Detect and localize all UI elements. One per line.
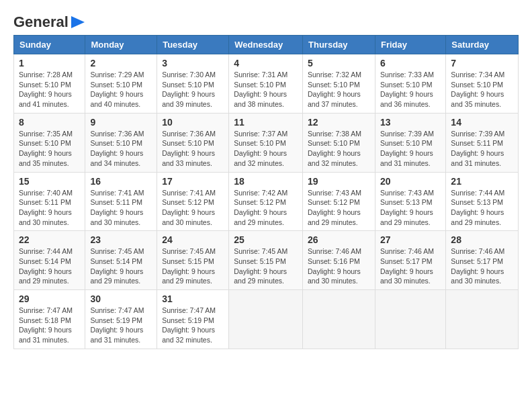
day-info: Sunrise: 7:44 AM Sunset: 5:14 PM Dayligh… xyxy=(19,246,80,286)
day-info: Sunrise: 7:44 AM Sunset: 5:13 PM Dayligh… xyxy=(451,188,513,228)
day-info: Sunrise: 7:39 AM Sunset: 5:11 PM Dayligh… xyxy=(451,129,513,169)
calendar-cell: 15 Sunrise: 7:40 AM Sunset: 5:11 PM Dayl… xyxy=(14,172,85,231)
calendar-cell: 2 Sunrise: 7:29 AM Sunset: 5:10 PM Dayli… xyxy=(85,54,157,113)
logo-general: General xyxy=(13,13,69,31)
day-number: 5 xyxy=(308,58,370,68)
day-number: 23 xyxy=(90,234,152,245)
day-info: Sunrise: 7:47 AM Sunset: 5:19 PM Dayligh… xyxy=(162,306,224,345)
calendar-cell xyxy=(303,290,375,349)
day-info: Sunrise: 7:45 AM Sunset: 5:14 PM Dayligh… xyxy=(90,246,152,286)
day-info: Sunrise: 7:37 AM Sunset: 5:10 PM Dayligh… xyxy=(234,129,298,169)
calendar-cell: 23 Sunrise: 7:45 AM Sunset: 5:14 PM Dayl… xyxy=(85,231,157,290)
calendar-cell: 7 Sunrise: 7:34 AM Sunset: 5:10 PM Dayli… xyxy=(446,54,519,113)
day-info: Sunrise: 7:36 AM Sunset: 5:10 PM Dayligh… xyxy=(162,129,224,169)
day-info: Sunrise: 7:42 AM Sunset: 5:12 PM Dayligh… xyxy=(234,188,298,228)
day-number: 29 xyxy=(19,293,80,304)
calendar-cell xyxy=(446,290,519,349)
day-number: 3 xyxy=(162,58,224,68)
day-info: Sunrise: 7:40 AM Sunset: 5:11 PM Dayligh… xyxy=(19,188,80,228)
day-info: Sunrise: 7:35 AM Sunset: 5:10 PM Dayligh… xyxy=(19,129,80,169)
day-info: Sunrise: 7:43 AM Sunset: 5:12 PM Dayligh… xyxy=(308,188,370,228)
day-info: Sunrise: 7:34 AM Sunset: 5:10 PM Dayligh… xyxy=(451,70,513,109)
day-number: 7 xyxy=(451,58,513,68)
calendar-cell: 10 Sunrise: 7:36 AM Sunset: 5:10 PM Dayl… xyxy=(157,113,229,172)
calendar-cell: 12 Sunrise: 7:38 AM Sunset: 5:10 PM Dayl… xyxy=(303,113,375,172)
day-number: 4 xyxy=(234,58,298,68)
day-info: Sunrise: 7:31 AM Sunset: 5:10 PM Dayligh… xyxy=(234,70,298,109)
calendar-header-friday: Friday xyxy=(375,36,445,54)
calendar-cell: 31 Sunrise: 7:47 AM Sunset: 5:19 PM Dayl… xyxy=(157,290,229,349)
calendar-header-monday: Monday xyxy=(85,36,157,54)
calendar-header-sunday: Sunday xyxy=(14,36,85,54)
calendar-cell: 20 Sunrise: 7:43 AM Sunset: 5:13 PM Dayl… xyxy=(375,172,445,231)
day-number: 27 xyxy=(380,234,441,245)
calendar-week-row: 1 Sunrise: 7:28 AM Sunset: 5:10 PM Dayli… xyxy=(14,54,519,113)
calendar-cell: 25 Sunrise: 7:45 AM Sunset: 5:15 PM Dayl… xyxy=(229,231,303,290)
calendar-cell: 17 Sunrise: 7:41 AM Sunset: 5:12 PM Dayl… xyxy=(157,172,229,231)
calendar-cell: 21 Sunrise: 7:44 AM Sunset: 5:13 PM Dayl… xyxy=(446,172,519,231)
day-info: Sunrise: 7:41 AM Sunset: 5:11 PM Dayligh… xyxy=(90,188,152,228)
day-number: 18 xyxy=(234,176,298,187)
day-number: 26 xyxy=(308,234,370,245)
logo-icon xyxy=(69,15,87,30)
day-number: 17 xyxy=(162,176,224,187)
day-info: Sunrise: 7:46 AM Sunset: 5:17 PM Dayligh… xyxy=(451,246,513,286)
calendar-cell: 9 Sunrise: 7:36 AM Sunset: 5:10 PM Dayli… xyxy=(85,113,157,172)
day-number: 16 xyxy=(90,176,152,187)
day-number: 25 xyxy=(234,234,298,245)
day-number: 8 xyxy=(19,117,80,128)
calendar-cell: 28 Sunrise: 7:46 AM Sunset: 5:17 PM Dayl… xyxy=(446,231,519,290)
day-number: 24 xyxy=(162,234,224,245)
day-number: 21 xyxy=(451,176,513,187)
calendar-cell: 5 Sunrise: 7:32 AM Sunset: 5:10 PM Dayli… xyxy=(303,54,375,113)
day-info: Sunrise: 7:39 AM Sunset: 5:10 PM Dayligh… xyxy=(380,129,441,169)
day-info: Sunrise: 7:45 AM Sunset: 5:15 PM Dayligh… xyxy=(234,246,298,286)
day-number: 22 xyxy=(19,234,80,245)
calendar-cell: 13 Sunrise: 7:39 AM Sunset: 5:10 PM Dayl… xyxy=(375,113,445,172)
calendar-cell: 3 Sunrise: 7:30 AM Sunset: 5:10 PM Dayli… xyxy=(157,54,229,113)
calendar-header-row: SundayMondayTuesdayWednesdayThursdayFrid… xyxy=(14,36,519,54)
day-number: 9 xyxy=(90,117,152,128)
calendar-table: SundayMondayTuesdayWednesdayThursdayFrid… xyxy=(13,35,519,349)
day-number: 6 xyxy=(380,58,441,68)
calendar-cell: 24 Sunrise: 7:45 AM Sunset: 5:15 PM Dayl… xyxy=(157,231,229,290)
calendar-header-thursday: Thursday xyxy=(303,36,375,54)
calendar-cell: 4 Sunrise: 7:31 AM Sunset: 5:10 PM Dayli… xyxy=(229,54,303,113)
day-info: Sunrise: 7:47 AM Sunset: 5:19 PM Dayligh… xyxy=(90,306,152,345)
logo: General xyxy=(13,13,87,28)
calendar-cell: 18 Sunrise: 7:42 AM Sunset: 5:12 PM Dayl… xyxy=(229,172,303,231)
day-number: 19 xyxy=(308,176,370,187)
page-header: General xyxy=(13,13,519,28)
calendar-header-tuesday: Tuesday xyxy=(157,36,229,54)
calendar-cell: 19 Sunrise: 7:43 AM Sunset: 5:12 PM Dayl… xyxy=(303,172,375,231)
day-number: 20 xyxy=(380,176,441,187)
day-info: Sunrise: 7:36 AM Sunset: 5:10 PM Dayligh… xyxy=(90,129,152,169)
day-info: Sunrise: 7:28 AM Sunset: 5:10 PM Dayligh… xyxy=(19,70,80,109)
day-info: Sunrise: 7:32 AM Sunset: 5:10 PM Dayligh… xyxy=(308,70,370,109)
day-number: 31 xyxy=(162,293,224,304)
calendar-cell xyxy=(229,290,303,349)
calendar-week-row: 29 Sunrise: 7:47 AM Sunset: 5:18 PM Dayl… xyxy=(14,290,519,349)
calendar-cell: 26 Sunrise: 7:46 AM Sunset: 5:16 PM Dayl… xyxy=(303,231,375,290)
calendar-cell: 30 Sunrise: 7:47 AM Sunset: 5:19 PM Dayl… xyxy=(85,290,157,349)
day-info: Sunrise: 7:29 AM Sunset: 5:10 PM Dayligh… xyxy=(90,70,152,109)
calendar-header-saturday: Saturday xyxy=(446,36,519,54)
day-number: 13 xyxy=(380,117,441,128)
calendar-cell xyxy=(375,290,445,349)
calendar-week-row: 8 Sunrise: 7:35 AM Sunset: 5:10 PM Dayli… xyxy=(14,113,519,172)
calendar-header-wednesday: Wednesday xyxy=(229,36,303,54)
day-number: 11 xyxy=(234,117,298,128)
day-number: 12 xyxy=(308,117,370,128)
day-number: 30 xyxy=(90,293,152,304)
calendar-cell: 16 Sunrise: 7:41 AM Sunset: 5:11 PM Dayl… xyxy=(85,172,157,231)
day-info: Sunrise: 7:45 AM Sunset: 5:15 PM Dayligh… xyxy=(162,246,224,286)
day-info: Sunrise: 7:41 AM Sunset: 5:12 PM Dayligh… xyxy=(162,188,224,228)
day-info: Sunrise: 7:38 AM Sunset: 5:10 PM Dayligh… xyxy=(308,129,370,169)
day-number: 14 xyxy=(451,117,513,128)
day-info: Sunrise: 7:43 AM Sunset: 5:13 PM Dayligh… xyxy=(380,188,441,228)
day-info: Sunrise: 7:46 AM Sunset: 5:16 PM Dayligh… xyxy=(308,246,370,286)
day-number: 10 xyxy=(162,117,224,128)
calendar-cell: 29 Sunrise: 7:47 AM Sunset: 5:18 PM Dayl… xyxy=(14,290,85,349)
day-number: 2 xyxy=(90,58,152,68)
calendar-cell: 11 Sunrise: 7:37 AM Sunset: 5:10 PM Dayl… xyxy=(229,113,303,172)
